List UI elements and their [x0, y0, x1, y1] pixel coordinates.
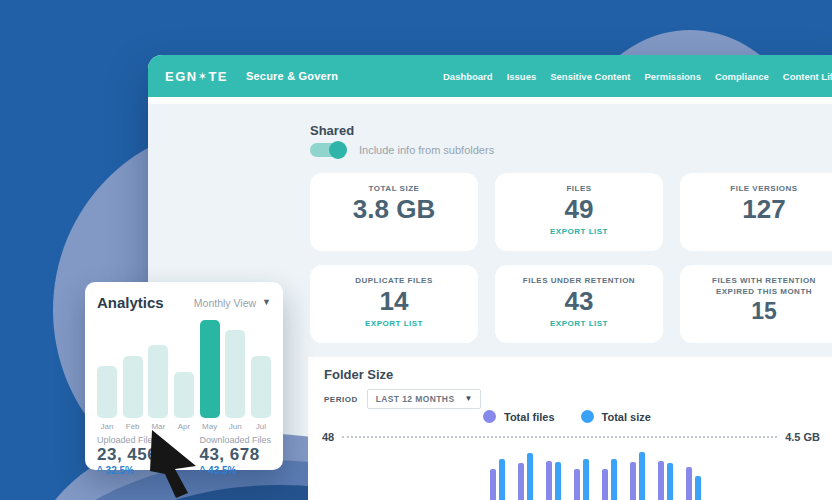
total-size-bar [611, 459, 617, 500]
month-label: Jul [251, 422, 271, 431]
stat-card-value: 43 [565, 287, 594, 317]
nav-item-sensitive-content[interactable]: Sensitive Content [550, 71, 630, 82]
bar-pair [546, 461, 561, 500]
bar-pair [574, 459, 589, 500]
analytics-bar-jun [225, 330, 245, 418]
period-dropdown[interactable]: LAST 12 MONTHS ▼ [367, 389, 482, 409]
chevron-down-icon: ▼ [262, 298, 271, 307]
export-list-link[interactable]: EXPORT LIST [550, 227, 608, 236]
analytics-stat-value: 43, 678 [199, 445, 271, 465]
shared-section-title: Shared [310, 123, 354, 138]
legend-label: Total size [602, 411, 651, 423]
period-dropdown-value: LAST 12 MONTHS [376, 394, 455, 404]
legend-dot-icon [483, 410, 496, 423]
total-files-bar [630, 462, 636, 500]
analytics-title: Analytics [97, 294, 164, 311]
total-files-bar [658, 461, 664, 500]
bar-pair [630, 452, 645, 500]
analytics-bar-mar [148, 345, 168, 418]
folder-size-bars [490, 436, 701, 500]
include-subfolders-toggle[interactable] [310, 143, 346, 157]
app-header: EGN✶TE Secure & Govern DashboardIssuesSe… [148, 55, 832, 97]
export-list-link[interactable]: EXPORT LIST [550, 319, 608, 328]
stat-card: TOTAL SIZE3.8 GB [310, 173, 478, 251]
stat-card-label: FILES WITH RETENTION EXPIRED THIS MONTH [694, 276, 832, 298]
mouse-cursor-icon [140, 425, 210, 500]
stat-card-value: 15 [751, 298, 777, 324]
total-files-bar [602, 469, 608, 500]
nav-item-dashboard[interactable]: Dashboard [443, 71, 493, 82]
analytics-stat-label: Downloaded Files [199, 435, 271, 445]
header-nav: DashboardIssuesSensitive ContentPermissi… [443, 55, 832, 97]
nav-item-permissions[interactable]: Permissions [644, 71, 701, 82]
subfolders-toggle-row: Include info from subfolders [310, 143, 494, 157]
folder-size-title: Folder Size [324, 367, 393, 382]
stat-card-value: 3.8 GB [353, 195, 435, 225]
view-selector-value: Monthly View [194, 297, 256, 309]
total-files-bar [686, 467, 692, 500]
stage: EGN✶TE Secure & Govern DashboardIssuesSe… [0, 0, 832, 500]
period-row: PERIOD LAST 12 MONTHS ▼ [324, 389, 481, 409]
stat-card: FILE VERSIONS127 [680, 173, 832, 251]
analytics-bars [97, 318, 271, 418]
analytics-bar-jan [97, 366, 117, 418]
analytics-stat-delta: ^ 43.5% [199, 465, 271, 476]
total-size-bar [695, 476, 701, 500]
bar-pair [658, 461, 673, 500]
toggle-label: Include info from subfolders [359, 144, 494, 156]
analytics-bar-apr [174, 372, 194, 418]
total-files-bar [546, 461, 552, 500]
bar-pair [602, 459, 617, 500]
product-name: Secure & Govern [246, 70, 338, 82]
legend-label: Total files [504, 411, 555, 423]
total-files-bar [574, 469, 580, 500]
total-size-bar [499, 459, 505, 500]
bar-pair [490, 459, 505, 500]
total-size-bar [639, 452, 645, 500]
stat-card-value: 14 [380, 287, 409, 317]
stat-card: FILES49EXPORT LIST [495, 173, 663, 251]
stat-card-grid: TOTAL SIZE3.8 GBFILES49EXPORT LISTFILE V… [310, 173, 832, 343]
view-selector[interactable]: Monthly View ▼ [194, 297, 271, 309]
axis-left-label: 48 [322, 431, 334, 443]
analytics-bar-jul [251, 356, 271, 418]
bar-pair [518, 453, 533, 500]
total-files-bar [518, 463, 524, 500]
period-label: PERIOD [324, 395, 358, 404]
stat-card: FILES UNDER RETENTION43EXPORT LIST [495, 265, 663, 343]
stat-card-value: 127 [742, 195, 785, 225]
stat-card: DUPLICATE FILES14EXPORT LIST [310, 265, 478, 343]
month-label: Jun [225, 422, 245, 431]
total-size-bar [527, 453, 533, 500]
legend-item: Total files [483, 410, 555, 423]
nav-item-issues[interactable]: Issues [507, 71, 537, 82]
chevron-down-icon: ▼ [464, 395, 472, 403]
toggle-knob [329, 141, 347, 159]
bar-pair [686, 467, 701, 500]
analytics-bar-may [200, 320, 220, 418]
egnyte-logo: EGN✶TE [165, 69, 228, 84]
analytics-stat: Downloaded Files43, 678^ 43.5% [199, 435, 271, 476]
chart-legend: Total filesTotal size [483, 410, 651, 423]
nav-item-content-lifecycle[interactable]: Content Lifecycle [783, 71, 832, 82]
legend-item: Total size [581, 410, 651, 423]
nav-item-compliance[interactable]: Compliance [715, 71, 769, 82]
legend-dot-icon [581, 410, 594, 423]
stat-card: FILES WITH RETENTION EXPIRED THIS MONTH1… [680, 265, 832, 343]
total-size-bar [667, 463, 673, 500]
stat-card-value: 49 [565, 195, 594, 225]
export-list-link[interactable]: EXPORT LIST [365, 319, 423, 328]
folder-size-panel: Folder Size PERIOD LAST 12 MONTHS ▼ Tota… [308, 357, 832, 500]
egnyte-logo-star-icon: ✶ [198, 70, 209, 82]
axis-right-label: 4.5 GB [785, 431, 820, 443]
month-label: Jan [97, 422, 117, 431]
total-size-bar [583, 459, 589, 500]
analytics-bar-feb [123, 356, 143, 418]
total-files-bar [490, 469, 496, 500]
total-size-bar [555, 462, 561, 500]
